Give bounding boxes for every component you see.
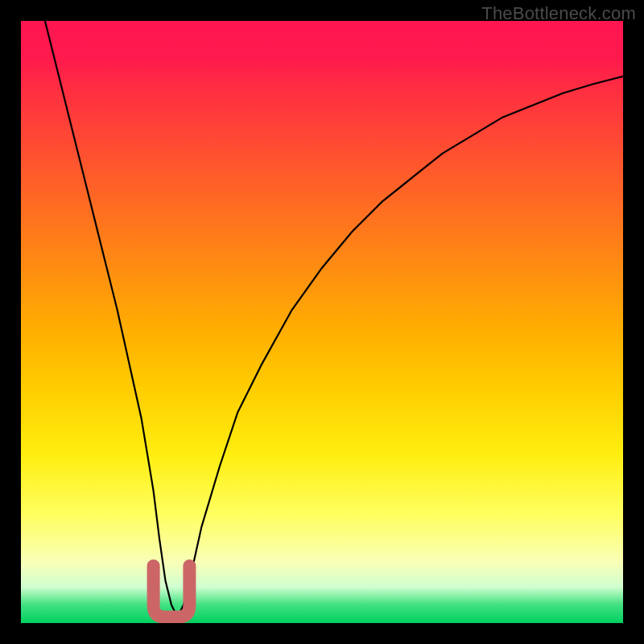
bottleneck-curve	[45, 21, 623, 617]
chart-overlay	[21, 21, 623, 623]
optimal-range-marker	[154, 566, 190, 617]
watermark-text: TheBottleneck.com	[481, 3, 636, 24]
